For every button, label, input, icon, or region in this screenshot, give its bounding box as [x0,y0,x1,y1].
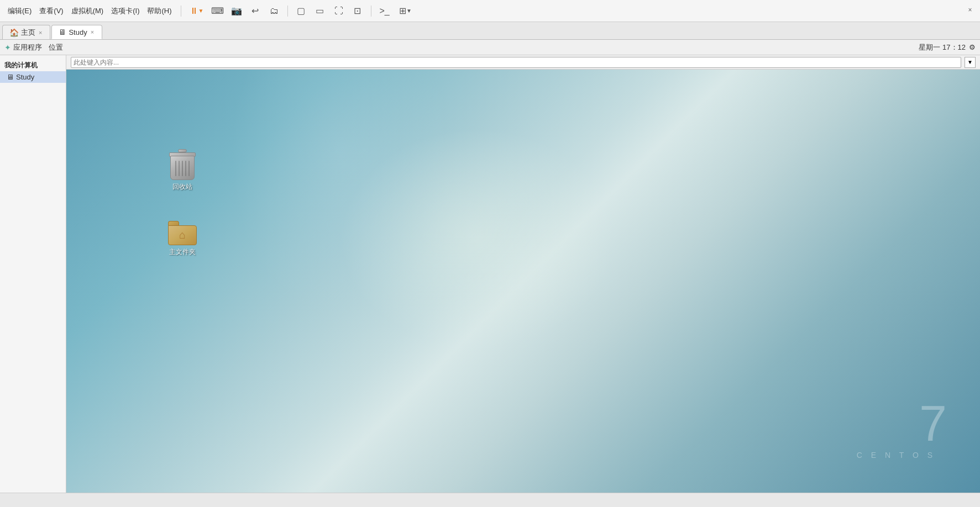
trash-line-1 [175,161,176,176]
seamless-icon: ⊡ [354,6,361,16]
sidebar-study-label: Study [16,73,34,81]
time-display: 星期一 17：12 [919,43,966,52]
normal-view-button[interactable]: ▢ [294,4,309,18]
centos-7-watermark: 7 [919,399,947,448]
desktop-glow2 [230,70,451,320]
menu-vm[interactable]: 虚拟机(M) [68,5,107,17]
sidebar-section-computer: 我的计算机 [0,60,66,71]
snapshot-restore-button[interactable]: ↩ [248,4,263,18]
navbar: ✦ 应用程序 位置 星期一 17：12 ⚙ [0,40,980,55]
snapshot-take-button[interactable]: 📷 [229,4,244,18]
dropdown-icon: ▼ [967,59,973,65]
study-tab-icon: 🖥 [59,28,66,36]
vm-desktop[interactable]: 回收站 ⌂ 主文件夹 7 C E N T O S [66,70,980,493]
terminal-icon: >_ [379,6,389,16]
trash-lines [175,161,190,176]
menu-bar: 编辑(E) 查看(V) 虚拟机(M) 选项卡(I) 帮助(H) [4,5,175,17]
apps-menu[interactable]: ✦ 应用程序 [4,43,42,52]
statusbar [0,493,980,507]
clock: 星期一 17：12 ⚙ [919,43,976,52]
normal-icon: ▢ [297,6,305,16]
sidebar: 我的计算机 🖥 Study [0,55,66,493]
centos-text-watermark: C E N T O S [857,451,936,460]
folder-tab [168,221,179,225]
address-dropdown[interactable]: ▼ [965,57,976,68]
sidebar-item-study[interactable]: 🖥 Study [0,71,66,83]
terminal-button[interactable]: >_ [377,4,392,18]
send-key-button[interactable]: ⌨ [210,4,226,18]
tab-home-close[interactable]: × [38,29,43,36]
scale-icon: ⊞ [399,6,406,16]
trash-line-2 [179,161,180,176]
home-folder-item[interactable]: ⌂ 主文件夹 [160,219,205,259]
separator3 [371,6,371,17]
settings-icon[interactable]: ⚙ [969,43,976,51]
fullscreen-button[interactable]: ⛶ [331,4,347,18]
menu-edit[interactable]: 编辑(E) [4,5,35,17]
address-input[interactable] [71,57,961,68]
toolbar: × 编辑(E) 查看(V) 虚拟机(M) 选项卡(I) 帮助(H) ⏸▼ ⌨ 📷… [0,0,980,22]
keyboard-icon: ⌨ [211,6,224,16]
trash-graphic [169,149,196,180]
snapshots-icon: 🗂 [270,6,279,16]
trash-line-5 [188,161,190,176]
pause-icon: ⏸ [190,6,198,16]
fullscreen-icon: ⛶ [334,6,343,16]
address-bar: ▼ [66,55,980,70]
restore-icon: ↩ [251,6,259,16]
trash-line-4 [185,161,186,176]
tab-home-label: 主页 [21,28,35,38]
snapshot-manager-button[interactable]: 🗂 [266,4,282,18]
folder-body: ⌂ [168,225,197,245]
trash-icon-item[interactable]: 回收站 [160,147,205,194]
menu-tabs[interactable]: 选项卡(I) [108,5,143,17]
menu-view[interactable]: 查看(V) [36,5,66,17]
seamless-button[interactable]: ⊡ [350,4,365,18]
tab-study-close[interactable]: × [90,29,95,35]
trash-label: 回收站 [172,182,192,192]
minimal-icon: ▭ [316,6,324,16]
separator [181,6,181,17]
close-button[interactable]: × [965,4,976,15]
folder-home-icon: ⌂ [179,229,186,241]
folder-graphic: ⌂ [168,221,197,245]
tab-study-label: Study [69,28,87,36]
places-menu[interactable]: 位置 [49,43,63,52]
tabbar: 🏠 主页 × 🖥 Study × [0,22,980,40]
menu-help[interactable]: 帮助(H) [144,5,175,17]
tab-study[interactable]: 🖥 Study × [51,25,102,39]
folder-label: 主文件夹 [169,247,196,257]
sidebar-study-icon: 🖥 [7,73,14,81]
pause-button[interactable]: ⏸▼ [187,4,207,18]
scale-button[interactable]: ⊞▼ [396,4,416,18]
apps-label: 应用程序 [13,43,42,52]
trash-body [170,156,195,180]
desktop-glow [339,128,616,349]
main-area: 我的计算机 🖥 Study ▼ [0,55,980,493]
tab-home[interactable]: 🏠 主页 × [2,25,50,39]
minimal-view-button[interactable]: ▭ [312,4,328,18]
content-wrapper: ▼ [66,55,980,493]
camera-icon: 📷 [231,6,242,16]
separator2 [287,6,288,17]
places-label: 位置 [49,43,63,52]
trash-line-3 [182,161,183,176]
home-tab-icon: 🏠 [9,28,19,37]
